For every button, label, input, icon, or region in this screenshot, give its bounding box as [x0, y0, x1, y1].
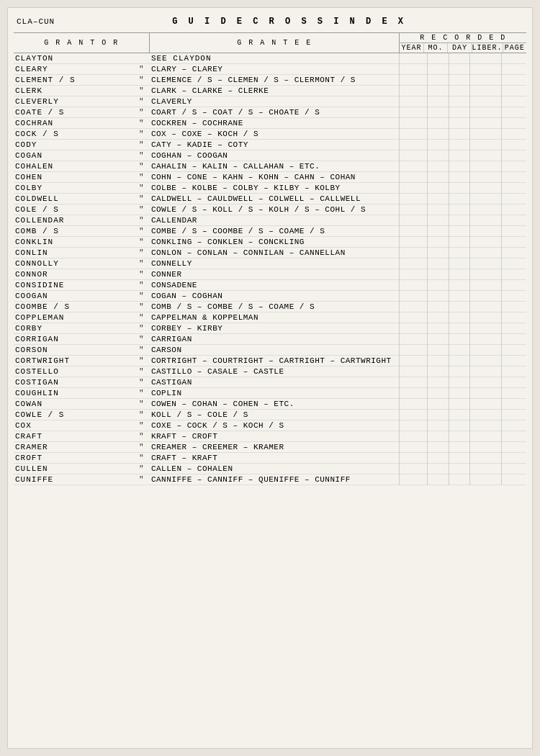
- grantor-cell: CONKLIN: [14, 237, 133, 248]
- page-cell: [502, 356, 526, 366]
- table-row: CORTWRIGHT"CORTRIGHT – COURTRIGHT – CART…: [14, 356, 526, 366]
- ditto-cell: ": [133, 388, 150, 399]
- mo-cell: [428, 96, 449, 107]
- liber-cell: [470, 410, 502, 420]
- grantor-cell: CROFT: [14, 453, 133, 464]
- grantee-cell: COPLIN: [150, 388, 400, 399]
- grantee-cell: CLARY – CLAREY: [150, 64, 400, 75]
- ditto-cell: ": [133, 474, 150, 485]
- year-cell: [400, 356, 428, 366]
- page-cell: [502, 183, 526, 194]
- year-cell: [400, 118, 428, 129]
- page-cell: [502, 453, 526, 464]
- page-cell: [502, 366, 526, 377]
- grantor-cell: CULLEN: [14, 464, 133, 474]
- mo-cell: [428, 269, 449, 280]
- page-cell: [502, 291, 526, 302]
- year-cell: [400, 345, 428, 356]
- grantee-cell: CALLENDAR: [150, 215, 400, 226]
- table-row: CLAYTONSEE CLAYDON: [14, 53, 526, 64]
- table-row: CORBY"CORBEY – KIRBY: [14, 323, 526, 334]
- day-cell: [449, 366, 469, 377]
- ditto-cell: ": [133, 194, 150, 204]
- ditto-cell: ": [133, 345, 150, 356]
- year-cell: [400, 183, 428, 194]
- day-cell: [449, 194, 469, 204]
- grantor-cell: CLEARY: [14, 64, 133, 75]
- year-cell: [400, 464, 428, 474]
- grantee-cell: SEE CLAYDON: [150, 53, 400, 64]
- grantor-cell: COHEN: [14, 172, 133, 183]
- liber-cell: [470, 53, 502, 64]
- grantee-cell: CLEMENCE / S – CLEMEN / S – CLERMONT / S: [150, 75, 400, 86]
- table-row: COGAN"COGHAN – COOGAN: [14, 150, 526, 161]
- liber-cell: [470, 107, 502, 118]
- day-cell: [449, 431, 469, 442]
- liber-cell: [470, 237, 502, 248]
- grantor-cell: COATE / S: [14, 107, 133, 118]
- day-cell: [449, 269, 469, 280]
- mo-cell: [428, 410, 449, 420]
- page-cell: [502, 215, 526, 226]
- day-cell: [449, 75, 469, 86]
- grantor-cell: CONSIDINE: [14, 280, 133, 291]
- grantee-cell: CONNER: [150, 269, 400, 280]
- mo-cell: [428, 107, 449, 118]
- liber-cell: [470, 140, 502, 150]
- day-cell: [449, 334, 469, 345]
- year-cell: [400, 161, 428, 172]
- year-cell: [400, 150, 428, 161]
- ditto-cell: ": [133, 464, 150, 474]
- year-cell: [400, 280, 428, 291]
- ditto-cell: ": [133, 269, 150, 280]
- grantee-cell: CONLON – CONLAN – CONNILAN – CANNELLAN: [150, 248, 400, 258]
- day-cell: [449, 161, 469, 172]
- grantor-cell: CODY: [14, 140, 133, 150]
- table-row: COPPLEMAN"CAPPELMAN & KOPPELMAN: [14, 312, 526, 323]
- mo-header: MO.: [424, 43, 448, 53]
- day-cell: [449, 248, 469, 258]
- grantee-cell: COCKREN – COCHRANE: [150, 118, 400, 129]
- ditto-cell: ": [133, 140, 150, 150]
- liber-cell: [470, 75, 502, 86]
- liber-cell: [470, 64, 502, 75]
- page-cell: [502, 226, 526, 237]
- day-cell: [449, 53, 469, 64]
- ditto-cell: ": [133, 204, 150, 215]
- mo-cell: [428, 377, 449, 388]
- ditto-cell: ": [133, 431, 150, 442]
- grantee-cell: COXE – COCK / S – KOCH / S: [150, 420, 400, 431]
- liber-cell: [470, 86, 502, 96]
- year-cell: [400, 96, 428, 107]
- table-row: CONSIDINE"CONSADENE: [14, 280, 526, 291]
- table-body: CLAYTONSEE CLAYDONCLEARY"CLARY – CLAREYC…: [14, 53, 526, 485]
- liber-cell: [470, 129, 502, 140]
- table-row: CORRIGAN"CARRIGAN: [14, 334, 526, 345]
- year-cell: [400, 172, 428, 183]
- liber-cell: [470, 464, 502, 474]
- grantee-cell: COART / S – COAT / S – CHOATE / S: [150, 107, 400, 118]
- table-row: COCK / S"COX – COXE – KOCH / S: [14, 129, 526, 140]
- year-cell: [400, 312, 428, 323]
- grantee-cell: COGHAN – COOGAN: [150, 150, 400, 161]
- table-row: COSTELLO"CASTILLO – CASALE – CASTLE: [14, 366, 526, 377]
- mo-cell: [428, 75, 449, 86]
- year-header: YEAR: [400, 43, 423, 53]
- liber-cell: [470, 420, 502, 431]
- mo-cell: [428, 291, 449, 302]
- liber-cell: [470, 377, 502, 388]
- liber-cell: [470, 345, 502, 356]
- grantor-cell: CLERK: [14, 86, 133, 96]
- grantee-cell: KRAFT – CROFT: [150, 431, 400, 442]
- table-row: CONKLIN"CONKLING – CONKLEN – CONCKLING: [14, 237, 526, 248]
- day-cell: [449, 356, 469, 366]
- mo-cell: [428, 280, 449, 291]
- page-cell: [502, 118, 526, 129]
- grantor-cell: COX: [14, 420, 133, 431]
- liber-cell: [470, 172, 502, 183]
- ditto-cell: ": [133, 291, 150, 302]
- liber-cell: [470, 291, 502, 302]
- mo-cell: [428, 431, 449, 442]
- year-cell: [400, 86, 428, 96]
- mo-cell: [428, 323, 449, 334]
